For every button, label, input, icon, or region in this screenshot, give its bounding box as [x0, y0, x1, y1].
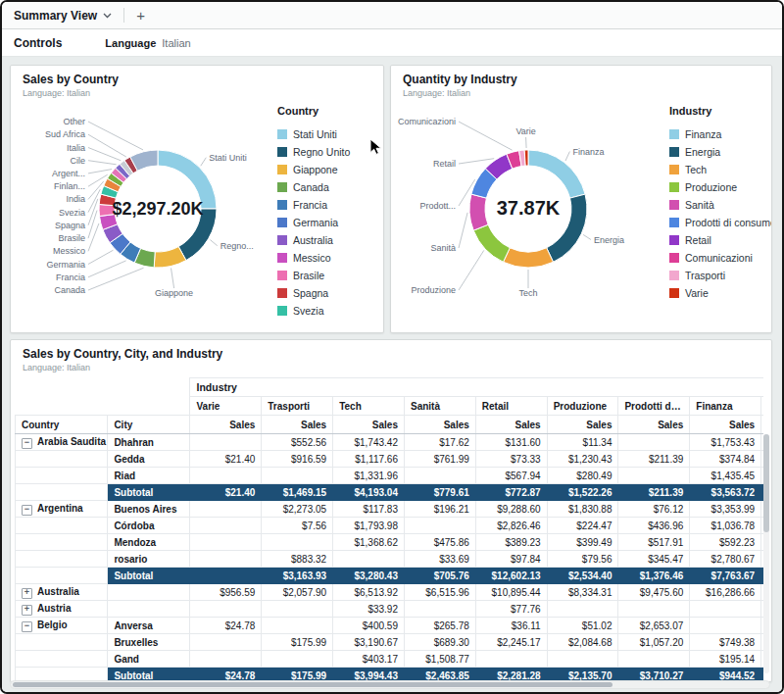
donut-slice-finanza[interactable]: [528, 150, 585, 198]
pivot-value-cell[interactable]: $944.52: [690, 668, 761, 682]
pivot-value-cell[interactable]: $24.78: [190, 668, 262, 682]
pivot-value-cell[interactable]: $131.60: [475, 434, 547, 451]
legend-item-spagna[interactable]: Spagna: [277, 284, 350, 302]
pivot-vscroll-thumb[interactable]: [763, 434, 769, 532]
pivot-city-cell[interactable]: Mendoza: [108, 534, 190, 551]
pivot-value-cell[interactable]: $2,135.70: [547, 668, 618, 682]
pivot-value-cell[interactable]: $552.56: [262, 434, 333, 451]
pivot-value-cell[interactable]: $1,368.62: [333, 534, 405, 551]
pivot-value-cell[interactable]: $3,563.72: [690, 484, 761, 501]
pivot-value-cell[interactable]: $1,830.88: [547, 501, 618, 518]
pivot-value-cell[interactable]: $3,163.93: [262, 568, 333, 584]
legend-item-varie[interactable]: Varie: [669, 284, 772, 302]
pivot-value-cell[interactable]: $211.39: [618, 451, 690, 468]
pivot-measure-header[interactable]: Sales: [618, 416, 690, 434]
pivot-value-cell[interactable]: $1,469.15: [262, 484, 333, 501]
pivot-value-cell[interactable]: $3,190.67: [333, 634, 405, 651]
pivot-value-cell[interactable]: $7,763.67: [690, 568, 761, 584]
pivot-value-cell[interactable]: $705.76: [404, 568, 475, 584]
pivot-value-cell[interactable]: $79.56: [547, 551, 618, 568]
pivot-row-header-city[interactable]: City: [108, 416, 190, 434]
pivot-measure-header[interactable]: Sales: [262, 416, 333, 434]
pivot-value-cell[interactable]: $33.92: [333, 601, 405, 618]
pivot-value-cell[interactable]: $475.86: [404, 534, 475, 551]
pivot-vertical-scrollbar[interactable]: [763, 434, 769, 673]
legend-item-australia[interactable]: Australia: [277, 231, 350, 249]
pivot-city-cell[interactable]: Buenos Aires: [108, 501, 190, 518]
pivot-column-header[interactable]: Produzione: [547, 397, 618, 416]
horizontal-scrollbar[interactable]: [10, 680, 770, 689]
pivot-value-cell[interactable]: [190, 468, 262, 484]
pivot-value-cell[interactable]: [190, 501, 262, 518]
expand-icon[interactable]: +: [22, 605, 32, 616]
pivot-value-cell[interactable]: $77.76: [475, 601, 547, 618]
chevron-down-icon[interactable]: [103, 13, 112, 19]
pivot-value-cell[interactable]: $403.17: [333, 651, 405, 668]
pivot-value-cell[interactable]: $6,515.96: [404, 584, 475, 601]
pivot-value-cell[interactable]: [190, 434, 262, 451]
pivot-value-cell[interactable]: $592.23: [690, 534, 761, 551]
pivot-country-cell[interactable]: −Argentina: [16, 501, 108, 518]
legend-item-germania[interactable]: Germania: [277, 214, 350, 231]
pivot-value-cell[interactable]: $76.12: [618, 501, 690, 518]
pivot-value-cell[interactable]: $916.59: [262, 451, 333, 468]
language-control-value[interactable]: Italian: [162, 37, 190, 49]
donut-slice-varie[interactable]: [524, 150, 528, 166]
pivot-value-cell[interactable]: [190, 568, 262, 584]
donut-slice-produzione[interactable]: [473, 224, 510, 262]
pivot-value-cell[interactable]: $517.91: [618, 534, 690, 551]
pivot-city-cell[interactable]: rosario: [108, 551, 190, 568]
pivot-measure-header[interactable]: Sales: [475, 416, 547, 434]
pivot-value-cell[interactable]: $399.49: [547, 534, 618, 551]
pivot-measure-header[interactable]: Sales: [690, 416, 761, 434]
pivot-value-cell[interactable]: $117.83: [333, 501, 405, 518]
pivot-value-cell[interactable]: $21.40: [190, 451, 262, 468]
pivot-value-cell[interactable]: $16,286.66: [690, 584, 761, 601]
donut-slice-tech[interactable]: [504, 248, 554, 268]
pivot-value-cell[interactable]: $2,084.68: [547, 634, 618, 651]
pivot-value-cell[interactable]: [618, 651, 690, 668]
legend-item-tech[interactable]: Tech: [669, 161, 772, 178]
pivot-value-cell[interactable]: [690, 601, 761, 618]
pivot-country-cell[interactable]: +Austria: [16, 601, 108, 618]
hscroll-thumb[interactable]: [13, 682, 612, 687]
pivot-value-cell[interactable]: [404, 601, 475, 618]
pivot-value-cell[interactable]: $9,475.60: [618, 584, 690, 601]
pivot-city-cell[interactable]: Riad: [108, 468, 190, 484]
pivot-country-cell[interactable]: +Australia: [16, 584, 108, 601]
pivot-value-cell[interactable]: $11.34: [547, 434, 618, 451]
pivot-value-cell[interactable]: $51.02: [547, 618, 618, 634]
pivot-value-cell[interactable]: $73.33: [475, 451, 547, 468]
pivot-value-cell[interactable]: $1,117.66: [333, 451, 405, 468]
pivot-measure-header[interactable]: Sales: [333, 416, 405, 434]
pivot-value-cell[interactable]: [618, 434, 690, 451]
pivot-value-cell[interactable]: $21.40: [190, 484, 262, 501]
pivot-value-cell[interactable]: $2,057.90: [262, 584, 333, 601]
pivot-value-cell[interactable]: $1,376.46: [618, 568, 690, 584]
pivot-value-cell[interactable]: $1,508.77: [404, 651, 475, 668]
pivot-value-cell[interactable]: [475, 651, 547, 668]
pivot-value-cell[interactable]: $2,653.07: [618, 618, 690, 634]
pivot-column-header[interactable]: Finanza: [690, 397, 761, 416]
expand-icon[interactable]: +: [22, 588, 32, 599]
pivot-value-cell[interactable]: $689.30: [404, 634, 475, 651]
donut-slice-sanit-[interactable]: [469, 194, 488, 230]
pivot-value-cell[interactable]: $10,895.44: [475, 584, 547, 601]
pivot-value-cell[interactable]: $2,534.40: [547, 568, 618, 584]
pivot-city-cell[interactable]: Dhahran: [108, 434, 190, 451]
pivot-value-cell[interactable]: $280.49: [547, 468, 618, 484]
pivot-column-header[interactable]: Energi...: [761, 397, 763, 416]
pivot-value-cell[interactable]: [190, 534, 262, 551]
pivot-value-cell[interactable]: $4,193.04: [333, 484, 405, 501]
pivot-value-cell[interactable]: $883.32: [262, 551, 333, 568]
pivot-city-cell[interactable]: Gand: [108, 651, 190, 668]
pivot-value-cell[interactable]: $2,780.67: [690, 551, 761, 568]
pivot-measure-header[interactable]: Sales: [761, 416, 763, 434]
pivot-value-cell[interactable]: $400.59: [333, 618, 405, 634]
pivot-value-cell[interactable]: [547, 651, 618, 668]
pivot-value-cell[interactable]: $196.21: [404, 501, 475, 518]
pivot-value-cell[interactable]: $1,435.45: [690, 468, 761, 484]
pivot-value-cell[interactable]: $2,273.05: [262, 501, 333, 518]
pivot-value-cell[interactable]: $9,288.60: [475, 501, 547, 518]
pivot-value-cell[interactable]: [190, 651, 262, 668]
